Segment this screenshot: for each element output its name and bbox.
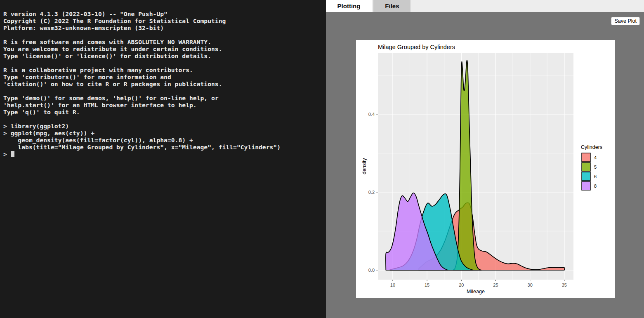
console-line: R version 4.1.3 (2022-03-10) -- "One Pus… xyxy=(3,10,326,17)
x-tick-label: 30 xyxy=(528,283,533,287)
x-tick-label: 10 xyxy=(390,283,395,287)
right-pane: Plotting Files Save Plot 1015202530350.0… xyxy=(326,0,644,318)
console-line: 'citation()' on how to cite R or R packa… xyxy=(3,80,326,87)
tab-files[interactable]: Files xyxy=(373,0,410,12)
save-plot-button[interactable]: Save Plot xyxy=(611,17,640,25)
legend-label: 5 xyxy=(594,165,597,170)
legend-key-8 xyxy=(582,181,590,190)
console-prompt-line: > xyxy=(3,151,326,158)
console-line xyxy=(3,87,326,94)
console-line xyxy=(3,115,326,122)
y-tick-label: 0.4 xyxy=(368,112,375,117)
legend-label: 4 xyxy=(594,155,597,160)
tab-bar: Plotting Files xyxy=(326,0,644,12)
x-tick-label: 20 xyxy=(459,283,464,287)
legend-label: 8 xyxy=(594,184,597,188)
console-line: Type 'demo()' for some demos, 'help()' f… xyxy=(3,94,326,101)
console-line: R is free software and comes with ABSOLU… xyxy=(3,38,326,45)
console-line: Copyright (C) 2022 The R Foundation for … xyxy=(3,17,326,24)
console-line: You are welcome to redistribute it under… xyxy=(3,45,326,52)
r-console[interactable]: R version 4.1.3 (2022-03-10) -- "One Pus… xyxy=(0,0,326,318)
console-line: > ggplot(mpg, aes(cty)) + xyxy=(3,130,326,137)
plot-card: 1015202530350.00.20.44568 Milage Grouped… xyxy=(356,40,615,298)
legend-key-4 xyxy=(582,153,590,162)
console-line xyxy=(3,59,326,66)
console-line: Type 'contributors()' for more informati… xyxy=(3,73,326,80)
y-axis-title: density xyxy=(361,158,367,174)
console-line: R is a collaborative project with many c… xyxy=(3,66,326,73)
console-line: geom_density(aes(fill=factor(cyl)), alph… xyxy=(3,137,326,144)
tab-plotting[interactable]: Plotting xyxy=(326,0,372,12)
console-line xyxy=(3,31,326,38)
x-tick-label: 15 xyxy=(425,283,429,287)
x-tick-label: 35 xyxy=(562,283,567,287)
x-axis-title: Mileage xyxy=(467,289,485,294)
app-root: R version 4.1.3 (2022-03-10) -- "One Pus… xyxy=(0,0,644,318)
legend-label: 6 xyxy=(594,174,597,179)
density-chart: 1015202530350.00.20.44568 xyxy=(356,40,615,298)
terminal-cursor xyxy=(11,151,14,157)
console-line: Type 'q()' to quit R. xyxy=(3,108,326,115)
legend-key-5 xyxy=(582,163,590,171)
console-line: Platform: wasm32-unknown-emscripten (32-… xyxy=(3,24,326,31)
console-line: Type 'license()' or 'licence()' for dist… xyxy=(3,52,326,59)
y-tick-label: 0.2 xyxy=(368,190,375,195)
console-line: 'help.start()' for an HTML browser inter… xyxy=(3,101,326,108)
console-line: labs(title="Milage Grouped by Cylinders"… xyxy=(3,144,326,151)
legend-title: Cylinders xyxy=(581,144,602,150)
x-tick-label: 25 xyxy=(493,283,498,287)
console-line: > library(ggplot2) xyxy=(3,122,326,130)
legend-key-6 xyxy=(582,172,590,181)
plot-area: Save Plot 1015202530350.00.20.44568 Mila… xyxy=(326,12,644,318)
plot-title: Milage Grouped by Cylinders xyxy=(378,44,455,50)
y-tick-label: 0.0 xyxy=(368,268,375,273)
